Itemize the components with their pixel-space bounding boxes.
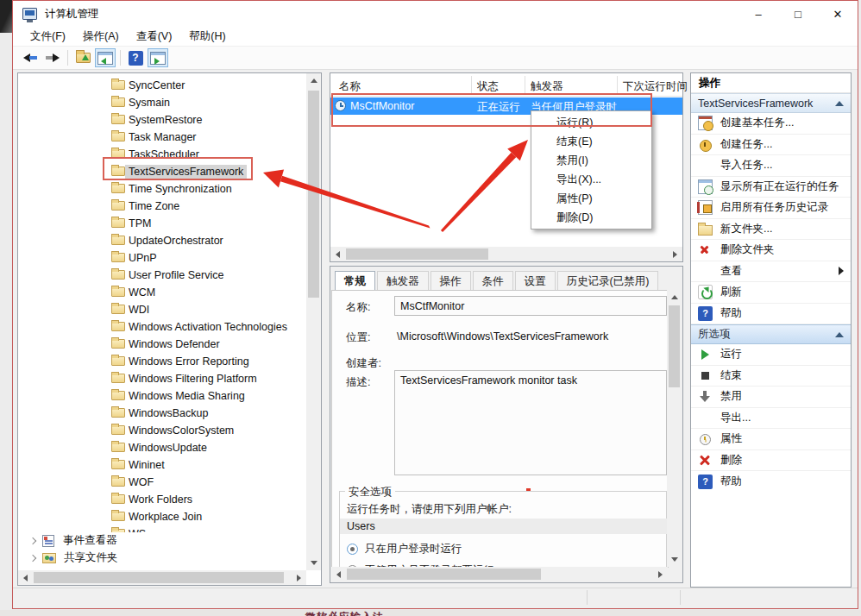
tree-item[interactable]: UPnP [18,249,306,267]
tree-item[interactable]: Sysmain [18,94,306,111]
tree-item-event-viewer[interactable]: 事件查看器 [18,532,306,550]
maximize-button[interactable]: □ [778,1,818,27]
menu-item[interactable]: 帮助(H) [180,29,234,44]
up-folder-button[interactable] [72,48,93,67]
tree-item[interactable]: UpdateOrchestrator [18,232,306,249]
action-enable-task-history[interactable]: 启用所有任务历史记录 [691,198,851,219]
action-properties[interactable]: 属性 [691,429,851,450]
tree-item[interactable]: Time Zone [18,198,306,215]
action-disable[interactable]: 禁用 [691,387,851,408]
tree-item[interactable]: TextServicesFramework [18,163,306,180]
tree-item[interactable]: Windows Filtering Platform [18,370,306,387]
tree-item[interactable]: TPM [18,215,306,232]
tree-item[interactable]: WindowsUpdate [18,439,306,456]
tree-item[interactable]: SyncCenter [18,77,306,94]
tree-item[interactable]: SystemRestore [18,111,306,129]
radio-run-logged-on[interactable]: 只在用户登录时运行 [347,542,462,556]
tree-vertical-scrollbar[interactable] [306,73,321,570]
back-button[interactable] [20,48,41,67]
scroll-down-icon[interactable] [667,552,682,567]
tree-horizontal-scrollbar[interactable] [18,570,306,585]
radio-icon[interactable] [347,544,358,555]
forward-button[interactable] [42,48,63,67]
context-menu-item[interactable]: 结束(E) [531,132,651,151]
chevron-right-icon[interactable] [29,555,36,562]
tree-item[interactable]: Windows Activation Technologies [18,318,306,336]
chevron-right-icon[interactable] [29,537,36,544]
action-export[interactable]: 导出... [691,408,851,430]
column-header-name[interactable]: 名称 [339,79,361,94]
tree-item[interactable]: Windows Defender [18,336,306,353]
tree-item[interactable]: WindowsColorSystem [18,422,306,439]
action-show-running-tasks[interactable]: 显示所有正在运行的任务 [691,177,851,198]
action-end[interactable]: 结束 [691,366,851,387]
tree-item[interactable]: WOF [18,474,306,491]
scroll-right-icon[interactable] [292,570,306,585]
scroll-up-icon[interactable] [667,290,682,305]
action-run[interactable]: 运行 [691,344,851,366]
context-menu-item[interactable]: 运行(R) [531,113,651,132]
action-create-task[interactable]: 创建任务... [691,135,851,156]
column-header-next-run[interactable]: 下次运行时间 [623,79,688,94]
action-delete[interactable]: 删除 [691,450,851,472]
column-header-trigger[interactable]: 触发器 [531,79,563,94]
scroll-down-icon[interactable] [306,556,321,570]
section-header-textservicesframework[interactable]: TextServicesFramework [691,93,851,113]
scroll-left-icon[interactable] [18,570,33,585]
menu-item[interactable]: 文件(F) [22,29,74,44]
tree-item[interactable]: Time Synchronization [18,180,306,198]
tree-item[interactable]: WCM [18,284,306,301]
tab-history[interactable]: 历史记录(已禁用) [557,271,659,290]
action-refresh[interactable]: 刷新 [691,282,851,304]
tree-item[interactable]: User Profile Service [18,267,306,284]
action-delete-folder[interactable]: 删除文件夹 [691,240,851,261]
context-menu-item[interactable]: 导出(X)... [531,170,651,189]
tab-general[interactable]: 常规 [335,271,375,290]
context-menu-item[interactable]: 禁用(I) [531,151,651,170]
action-create-basic-task[interactable]: 创建基本任务... [691,113,851,135]
collapse-icon[interactable] [835,101,844,106]
action-help-selected[interactable]: ?帮助 [691,471,851,493]
tree-item[interactable]: TaskScheduler [18,146,306,163]
details-horizontal-scrollbar[interactable] [331,567,668,581]
tree-item[interactable]: Work Folders [18,491,306,508]
account-value[interactable]: Users [340,519,667,534]
action-new-folder[interactable]: 新文件夹... [691,219,851,241]
task-name-input[interactable] [394,296,667,316]
action-view[interactable]: 查看 [691,261,851,283]
tree-item[interactable]: Task Manager [18,129,306,146]
tab-triggers[interactable]: 触发器 [377,271,429,290]
collapse-icon[interactable] [835,332,844,337]
minimize-button[interactable]: – [738,1,778,27]
tree-item[interactable]: WDI [18,301,306,318]
section-header-selected-item[interactable]: 所选项 [691,324,851,344]
scroll-up-icon[interactable] [306,73,321,88]
context-menu-item[interactable]: 删除(D) [531,208,651,227]
tree-item[interactable]: WindowsBackup [18,405,306,422]
menu-item[interactable]: 操作(A) [74,29,128,44]
close-button[interactable]: ✕ [818,1,858,27]
scroll-right-icon[interactable] [653,567,668,581]
description-box[interactable]: TextServicesFramework monitor task [394,370,667,475]
task-list-horizontal-scrollbar[interactable] [330,247,682,261]
help-button[interactable]: ? [125,48,146,67]
tree-item[interactable]: Windows Media Sharing [18,387,306,405]
tree-item[interactable]: Wininet [18,456,306,474]
context-menu-item[interactable]: 属性(P) [531,189,651,208]
tab-actions[interactable]: 操作 [430,271,471,290]
scroll-left-icon[interactable] [330,247,345,261]
console-tree-button[interactable] [95,48,116,67]
tree-item[interactable]: Windows Error Reporting [18,353,306,370]
tab-conditions[interactable]: 条件 [473,271,513,290]
tab-settings[interactable]: 设置 [515,271,556,290]
scroll-right-icon[interactable] [668,247,682,261]
scroll-left-icon[interactable] [331,567,346,581]
details-vertical-scrollbar[interactable] [667,290,682,567]
menu-item[interactable]: 查看(V) [128,29,181,44]
action-help[interactable]: ?帮助 [691,304,851,325]
tree-item-shared-folders[interactable]: 共享文件夹 [18,550,306,567]
action-import-task[interactable]: 导入任务... [691,155,851,177]
tree-item[interactable]: Workplace Join [18,508,306,525]
action-pane-button[interactable] [148,48,168,67]
column-header-status[interactable]: 状态 [477,79,499,94]
